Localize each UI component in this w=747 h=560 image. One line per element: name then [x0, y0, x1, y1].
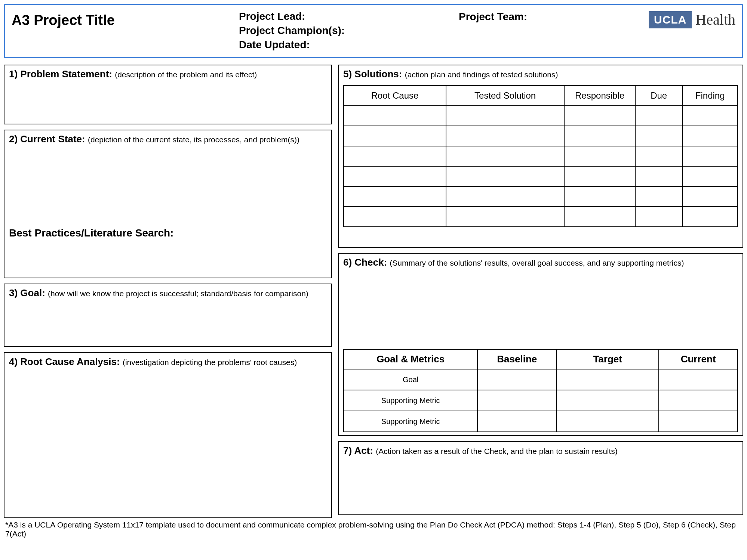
ucla-health-logo: UCLA Health	[649, 9, 735, 28]
check-header-goal-metrics: Goal & Metrics	[344, 349, 477, 369]
current-state-desc: (depiction of the current state, its pro…	[88, 135, 299, 144]
solutions-table-row	[344, 186, 738, 207]
current-state-title: 2) Current State:	[9, 133, 88, 145]
check-row-label: Goal	[344, 369, 477, 390]
check-row-label: Supporting Metric	[344, 411, 477, 432]
columns: 1) Problem Statement: (description of th…	[4, 65, 743, 518]
date-updated-label: Date Updated:	[239, 38, 433, 52]
current-state-box: 2) Current State: (depiction of the curr…	[4, 130, 332, 278]
solutions-table-row	[344, 126, 738, 146]
right-column: 5) Solutions: (action plan and findings …	[338, 65, 743, 518]
solutions-table-row	[344, 166, 738, 186]
solutions-header-due: Due	[635, 86, 682, 106]
footnote: *A3 is a UCLA Operating System 11x17 tem…	[4, 520, 743, 538]
root-cause-box: 4) Root Cause Analysis: (investigation d…	[4, 352, 332, 518]
header-box: A3 Project Title Project Lead: Project C…	[4, 4, 743, 58]
act-title: 7) Act:	[343, 445, 376, 456]
goal-desc: (how will we know the project is success…	[48, 289, 308, 298]
check-desc: (Summary of the solutions' results, over…	[390, 259, 684, 267]
project-team-label: Project Team:	[459, 9, 623, 23]
act-desc: (Action taken as a result of the Check, …	[376, 447, 618, 455]
literature-search-heading: Best Practices/Literature Search:	[9, 227, 327, 239]
check-table-row: Goal	[344, 369, 738, 390]
check-header-current: Current	[659, 349, 738, 369]
solutions-table-row	[344, 106, 738, 126]
check-table: Goal & Metrics Baseline Target Current G…	[343, 349, 738, 432]
solutions-table-header-row: Root Cause Tested Solution Responsible D…	[344, 86, 738, 106]
solutions-table-row	[344, 146, 738, 166]
solutions-header-tested-solution: Tested Solution	[446, 86, 564, 106]
act-box: 7) Act: (Action taken as a result of the…	[338, 441, 743, 515]
solutions-header-root-cause: Root Cause	[344, 86, 446, 106]
goal-box: 3) Goal: (how will we know the project i…	[4, 284, 332, 347]
solutions-table: Root Cause Tested Solution Responsible D…	[343, 85, 738, 227]
solutions-box: 5) Solutions: (action plan and findings …	[338, 65, 743, 248]
check-box: 6) Check: (Summary of the solutions' res…	[338, 253, 743, 436]
logo-badge: UCLA	[649, 11, 692, 28]
check-title: 6) Check:	[343, 257, 390, 268]
check-header-target: Target	[556, 349, 659, 369]
project-champion-label: Project Champion(s):	[239, 24, 433, 38]
project-lead-label: Project Lead:	[239, 9, 433, 24]
header-meta: Project Lead: Project Champion(s): Date …	[239, 9, 433, 52]
solutions-header-finding: Finding	[682, 86, 738, 106]
goal-title: 3) Goal:	[9, 287, 48, 298]
check-table-row: Supporting Metric	[344, 411, 738, 432]
problem-statement-box: 1) Problem Statement: (description of th…	[4, 65, 332, 124]
solutions-desc: (action plan and findings of tested solu…	[405, 70, 558, 79]
check-table-header-row: Goal & Metrics Baseline Target Current	[344, 349, 738, 369]
check-header-baseline: Baseline	[477, 349, 556, 369]
project-title: A3 Project Title	[12, 9, 213, 28]
problem-statement-title: 1) Problem Statement:	[9, 68, 115, 80]
check-table-row: Supporting Metric	[344, 390, 738, 411]
root-cause-desc: (investigation depicting the problems' r…	[123, 358, 297, 366]
problem-statement-desc: (description of the problem and its effe…	[115, 70, 257, 79]
solutions-table-row	[344, 207, 738, 227]
check-row-label: Supporting Metric	[344, 390, 477, 411]
root-cause-title: 4) Root Cause Analysis:	[9, 356, 123, 367]
solutions-title: 5) Solutions:	[343, 68, 405, 80]
left-column: 1) Problem Statement: (description of th…	[4, 65, 332, 518]
solutions-header-responsible: Responsible	[564, 86, 635, 106]
logo-text: Health	[695, 11, 735, 28]
